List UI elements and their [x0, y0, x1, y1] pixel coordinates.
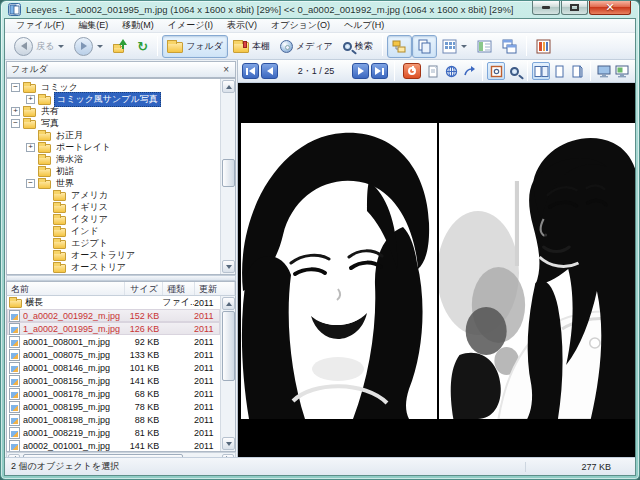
image-viewing-area[interactable] [238, 83, 635, 457]
cascade-windows-button[interactable] [497, 35, 522, 58]
file-row[interactable]: a0001_008075_m.jpg133 KB2011 [7, 348, 220, 361]
file-list-scrollbar[interactable] [220, 296, 235, 451]
menu-options[interactable]: オプション(O) [264, 19, 337, 32]
column-header-2[interactable]: 種類 [163, 282, 195, 295]
last-page-button[interactable] [371, 63, 388, 79]
forward-button[interactable] [69, 35, 108, 58]
tree-item[interactable]: −世界 [7, 177, 220, 189]
close-button[interactable]: ✕ [589, 1, 631, 15]
file-name-cell: a0001_008178_m.jpg [7, 388, 124, 400]
up-folder-icon [113, 39, 127, 53]
tree-expander-icon[interactable]: − [11, 83, 20, 92]
scroll-down-icon[interactable] [222, 260, 235, 273]
scroll-up-icon[interactable] [222, 297, 235, 310]
folder-icon [167, 42, 183, 53]
file-row[interactable]: a0001_008146_m.jpg101 KB2011 [7, 361, 220, 374]
image-file-icon [9, 440, 20, 452]
tree-item-label: オーストリア [69, 261, 128, 274]
next-page-button[interactable] [352, 63, 369, 79]
file-row[interactable]: 横長ファイ...2011 [7, 296, 220, 309]
scroll-down-icon[interactable] [222, 437, 235, 450]
file-row[interactable]: a0001_008001_m.jpg92 KB2011 [7, 335, 220, 348]
tree-expander-icon[interactable]: + [26, 95, 35, 104]
app-logo-icon [8, 3, 21, 16]
jump-button[interactable] [460, 62, 478, 80]
spread-view-button[interactable] [532, 62, 550, 80]
tree-item[interactable]: −写真 [7, 117, 220, 129]
single-page-button[interactable] [550, 62, 568, 80]
toggle-file-pane-button[interactable] [412, 35, 437, 58]
file-row[interactable]: a0002_001001_m.jpg141 KB2011 [7, 439, 220, 452]
file-list-header: 名前サイズ種類更新 [6, 281, 236, 296]
menu-move[interactable]: 移動(M) [115, 19, 161, 32]
tree-expander-icon[interactable]: + [11, 107, 20, 116]
file-name: a0001_008219_m.jpg [23, 428, 110, 438]
tree-scroll-thumb[interactable] [222, 159, 235, 187]
up-folder-button[interactable] [108, 35, 132, 58]
tree-item[interactable]: +共有 [7, 105, 220, 117]
menu-edit[interactable]: 編集(E) [71, 19, 115, 32]
presentation-button[interactable] [613, 62, 631, 80]
previous-page-button[interactable] [261, 63, 278, 79]
file-size: 78 KB [124, 402, 162, 412]
grid-view-button[interactable] [437, 35, 472, 58]
menu-view[interactable]: 表示(V) [220, 19, 264, 32]
column-view-button[interactable] [531, 35, 556, 58]
zoom-button[interactable] [505, 62, 523, 80]
tree-item[interactable]: アメリカ [7, 189, 220, 201]
tree-item[interactable]: +コミック風サンプル写真 [7, 93, 220, 105]
panel-close-icon[interactable]: × [221, 65, 231, 74]
minimize-button[interactable] [532, 1, 560, 15]
tree-item[interactable]: お正月 [7, 129, 220, 141]
fullscreen-button[interactable] [595, 62, 613, 80]
tree-item[interactable]: イタリア [7, 213, 220, 225]
tree-scrollbar[interactable] [220, 79, 235, 274]
search-label: 検索 [355, 40, 373, 53]
file-info-button[interactable] [424, 62, 442, 80]
file-name: 0_a0002_001992_m.jpg [23, 311, 120, 321]
folder-pane-button[interactable]: フォルダ [162, 35, 228, 58]
close-book-button[interactable] [403, 63, 421, 79]
tree-item[interactable]: イギリス [7, 201, 220, 213]
file-name: 横長 [25, 296, 43, 309]
tree-item[interactable]: オーストラリア [7, 249, 220, 261]
file-row[interactable]: a0001_008156_m.jpg141 KB2011 [7, 374, 220, 387]
bookshelf-button[interactable]: 本棚 [228, 35, 275, 58]
file-row[interactable]: 0_a0002_001992_m.jpg152 KB2011 [7, 309, 220, 322]
menu-help[interactable]: ヘルプ(H) [337, 19, 391, 32]
search-button[interactable]: 検索 [338, 35, 378, 58]
file-row[interactable]: a0001_008195_m.jpg78 KB2011 [7, 400, 220, 413]
tree-expander-icon[interactable]: + [26, 143, 35, 152]
tree-item[interactable]: +ポートレイト [7, 141, 220, 153]
file-row[interactable]: a0001_008178_m.jpg68 KB2011 [7, 387, 220, 400]
facing-page-button[interactable] [568, 62, 586, 80]
web-grid-button[interactable] [442, 62, 460, 80]
fit-window-button[interactable] [487, 62, 505, 80]
refresh-button[interactable]: ↻ [132, 35, 153, 58]
column-header-0[interactable]: 名前 [7, 282, 125, 295]
tree-item[interactable]: エジプト [7, 237, 220, 249]
menu-file[interactable]: ファイル(F) [9, 19, 71, 32]
toggle-tree-pane-button[interactable] [387, 35, 412, 58]
file-pane-icon [417, 39, 432, 54]
maximize-button[interactable] [561, 1, 588, 15]
column-header-1[interactable]: サイズ [125, 282, 163, 295]
file-scroll-thumb[interactable] [222, 311, 235, 381]
tree-item[interactable]: インド [7, 225, 220, 237]
column-header-3[interactable]: 更新 [195, 282, 235, 295]
media-button[interactable]: メディア [275, 35, 338, 58]
thumbnail-view-button[interactable] [472, 35, 497, 58]
tree-item[interactable]: オーストリア [7, 261, 220, 273]
menu-image[interactable]: イメージ(I) [161, 19, 220, 32]
tree-item[interactable]: 海水浴 [7, 153, 220, 165]
scroll-up-icon[interactable] [222, 80, 235, 93]
file-row[interactable]: a0001_008219_m.jpg81 KB2011 [7, 426, 220, 439]
tree-item[interactable]: 初詣 [7, 165, 220, 177]
first-page-button[interactable] [242, 63, 259, 79]
file-row[interactable]: 1_a0002_001995_m.jpg126 KB2011 [7, 322, 220, 335]
folder-icon [23, 120, 36, 129]
back-button[interactable]: 戻る [9, 35, 69, 58]
file-row[interactable]: a0001_008198_m.jpg88 KB2011 [7, 413, 220, 426]
tree-expander-icon[interactable]: − [11, 119, 20, 128]
tree-expander-icon[interactable]: − [26, 179, 35, 188]
